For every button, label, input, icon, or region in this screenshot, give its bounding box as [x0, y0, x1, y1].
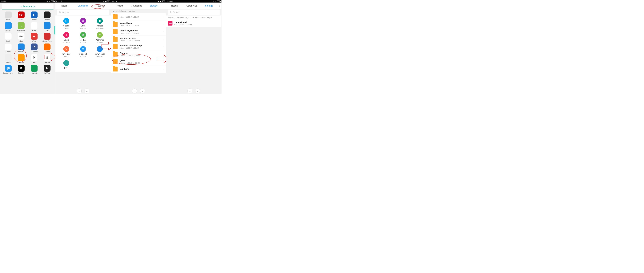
app-launcher-drive[interactable]: Drive — [28, 22, 41, 32]
app-icon — [44, 12, 50, 18]
tab-recent[interactable]: Recent — [111, 4, 128, 7]
cleanup-icon[interactable]: ⌯ — [140, 88, 145, 93]
tab-bar: Recent Categories Storage ⋮ — [111, 2, 166, 9]
category-icon: 🗎 — [80, 18, 86, 24]
app-launcher-gmail[interactable]: M Gmail — [28, 54, 41, 64]
folder-row[interactable]: narrator-s-voice 2 items|12/26/17 8:17 P… — [111, 36, 166, 43]
app-launcher-clock[interactable]: Clock — [2, 12, 15, 21]
tab-recent[interactable]: Recent — [55, 4, 74, 7]
folder-row[interactable]: QieZi 0 items|1/28/18 10:32 AM › — [111, 58, 166, 66]
app-launcher-duo[interactable]: Duo — [41, 22, 54, 32]
search-placeholder: Search — [173, 11, 180, 14]
status-dots-icon: ••• — [155, 0, 158, 2]
tab-categories[interactable]: Categories — [183, 4, 200, 7]
app-icon — [5, 33, 12, 40]
app-launcher-evernote[interactable]: Evernote — [2, 44, 15, 53]
transfer-icon[interactable]: ∾ — [188, 88, 192, 93]
category-docs[interactable]: 🗎 Docs 48 items — [74, 18, 92, 29]
file-row[interactable]: MP3 _temp1.mp3 0 B|12/28/17 1:08 AM — [166, 20, 222, 27]
app-launcher-efood[interactable]: e efood — [28, 33, 41, 42]
tab-categories[interactable]: Categories — [128, 4, 145, 7]
search-box[interactable]: Search — [168, 10, 220, 15]
chevron-right-icon: › — [211, 16, 212, 19]
edge-handle[interactable] — [54, 26, 55, 34]
app-launcher-explorer[interactable]: Explorer — [15, 44, 28, 53]
app-label: Earth — [6, 40, 10, 42]
folder-icon — [113, 59, 118, 64]
category-count: 6 items — [64, 27, 69, 29]
app-launcher-huffpost[interactable]: H HuffPost — [41, 65, 54, 74]
folder-row[interactable]: ramdump › — [111, 65, 166, 73]
search-box[interactable]: Search — [57, 10, 109, 15]
category-count: 0 items — [80, 55, 86, 57]
tab-storage[interactable]: Storage — [200, 4, 218, 7]
folder-row[interactable]: narrator-s-voice-temp 1 item|12/28/17 1:… — [111, 43, 166, 50]
breadcrumb[interactable]: Internal shared storage › narrator-s-voi… — [166, 16, 222, 20]
app-launcher-facebook[interactable]: f Facebook — [28, 44, 41, 53]
app-launcher-guardian[interactable]: G Guardian — [15, 65, 28, 74]
status-dots-icon: ••• — [210, 0, 213, 2]
tab-storage[interactable]: Storage — [145, 4, 162, 7]
folder-row[interactable]: MusicPlayer 1 item|12/25/17 1:03 AM › — [111, 21, 166, 28]
folder-row[interactable]: Pictures 2 items|12/25/17 1:03 AM › — [111, 50, 166, 58]
app-launcher-ereader-pres-[interactable]: eReader Pres… — [41, 33, 54, 42]
category-videos[interactable]: ▷ Videos 6 items — [58, 18, 74, 29]
app-launcher-compass[interactable]: Compass — [41, 12, 54, 21]
app-launcher-feedback[interactable]: Feedback — [41, 44, 54, 53]
svg-point-0 — [20, 6, 21, 7]
category-label: Videos — [63, 25, 70, 27]
app-launcher-google[interactable]: G Google — [41, 54, 54, 64]
search-icon — [170, 11, 172, 13]
folder-row[interactable]: 1 item|12/25/17 1:03 AM › — [111, 13, 166, 21]
app-launcher-hangouts[interactable]: Hangouts — [28, 65, 41, 74]
transfer-icon[interactable]: ∾ — [77, 88, 82, 93]
folder-row[interactable]: MusicPlayer9Grid 1 item|12/25/17 1:03 AM… — [111, 28, 166, 36]
screen-storage-list: 5:12 PM ••• ◈ ◢ 94% Recent Categories St… — [111, 0, 166, 94]
category-favorites[interactable]: ♡ Favorites 1 item — [58, 46, 74, 57]
app-icon: e — [31, 33, 38, 40]
category-ftp[interactable]: ⌁ FTP — [58, 60, 74, 70]
folder-name: QieZi — [120, 59, 164, 62]
search-apps-bar[interactable]: Search Apps — [2, 4, 54, 10]
folder-icon — [113, 14, 118, 19]
tab-categories[interactable]: Categories — [74, 4, 92, 7]
app-icon: G — [44, 54, 50, 61]
app-icon: f — [31, 44, 38, 50]
app-launcher-coinbase[interactable]: C Coinbase — [28, 12, 41, 21]
folder-name: narrator-s-voice — [120, 37, 164, 39]
category-icon: ♡ — [63, 46, 69, 52]
tab-bar: Recent Categories Storage ⋮ — [166, 2, 222, 9]
category-icon: ZIP — [97, 32, 103, 38]
category-apks[interactable]: 🗃 APKs 3 items — [74, 32, 92, 43]
category-archives[interactable]: ZIP Archives 9 items — [92, 32, 108, 43]
category-bluetooth[interactable]: ⁑ Bluetooth 0 items — [74, 46, 92, 57]
chevron-right-icon: › — [164, 68, 164, 70]
app-launcher-cnn[interactable]: CNN CNN — [15, 12, 28, 21]
tab-recent[interactable]: Recent — [166, 4, 183, 7]
app-launcher-downloads[interactable]: ↓ Downloads — [15, 22, 28, 32]
app-label: Duo — [46, 30, 48, 32]
tab-storage[interactable]: Storage — [92, 4, 111, 7]
category-downloads[interactable]: ↓ Downloads 85 items — [92, 46, 108, 57]
app-launcher-contacts[interactable]: Contacts — [2, 22, 15, 32]
cleanup-icon[interactable]: ⌯ — [195, 88, 200, 93]
category-images[interactable]: ▣ Images 342 items — [92, 18, 108, 29]
transfer-icon[interactable]: ∾ — [132, 88, 137, 93]
breadcrumb[interactable]: Internal shared storage › — [111, 9, 166, 13]
folder-icon — [113, 29, 118, 34]
menu-dots-icon[interactable]: ⋮ — [162, 4, 166, 7]
chevron-right-icon: › — [164, 16, 164, 18]
cleanup-icon[interactable]: ⌯ — [84, 88, 89, 93]
app-launcher-gallery[interactable]: Gallery — [15, 54, 28, 64]
folder-name: Pictures — [120, 52, 164, 54]
app-launcher-fuelgr[interactable]: fuelGR — [2, 54, 15, 64]
menu-dots-icon[interactable]: ⋮ — [218, 4, 222, 7]
app-icon — [18, 44, 25, 50]
chevron-right-icon: › — [164, 30, 164, 33]
category-music[interactable]: ♫ Music 376 items — [58, 32, 74, 43]
app-launcher-google-pinyi-[interactable]: 拼 Google Pinyi… — [2, 65, 15, 74]
screen-file-view: 5:12 PM ••• ◈ ◢ 94% Recent Categories St… — [166, 0, 222, 94]
app-icon — [44, 44, 50, 50]
app-launcher-earth[interactable]: Earth — [2, 33, 15, 42]
app-launcher-ebay[interactable]: ebay eBay — [15, 33, 28, 42]
